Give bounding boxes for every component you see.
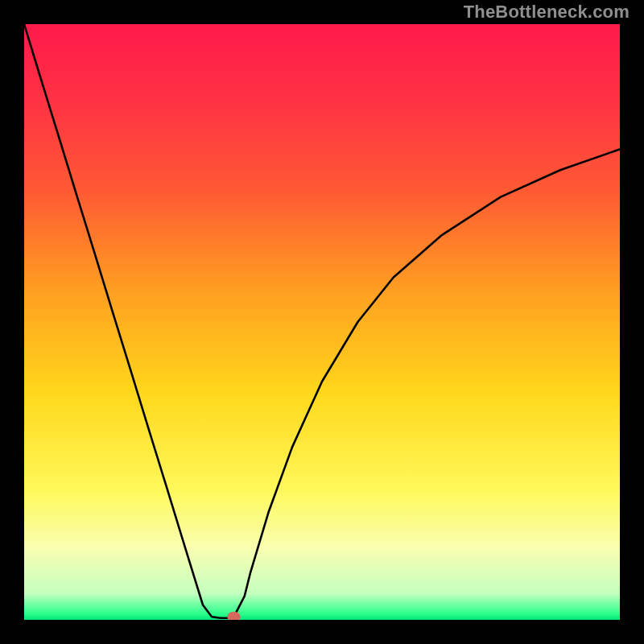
watermark-text: TheBottleneck.com	[464, 2, 630, 23]
chart-background	[24, 24, 620, 620]
bottleneck-chart	[24, 24, 620, 620]
chart-frame: TheBottleneck.com	[0, 0, 644, 644]
